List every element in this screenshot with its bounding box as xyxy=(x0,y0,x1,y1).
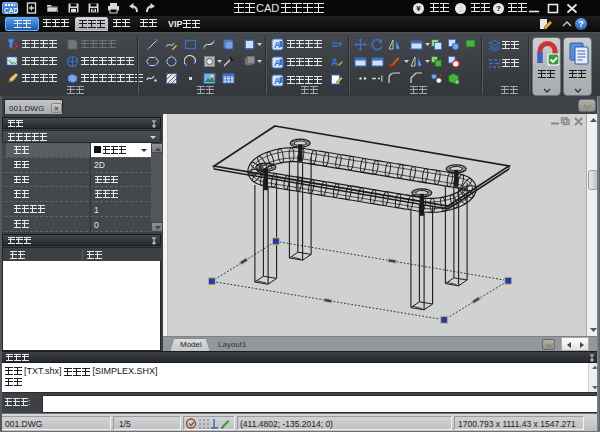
svg-text:A: A xyxy=(331,57,338,68)
